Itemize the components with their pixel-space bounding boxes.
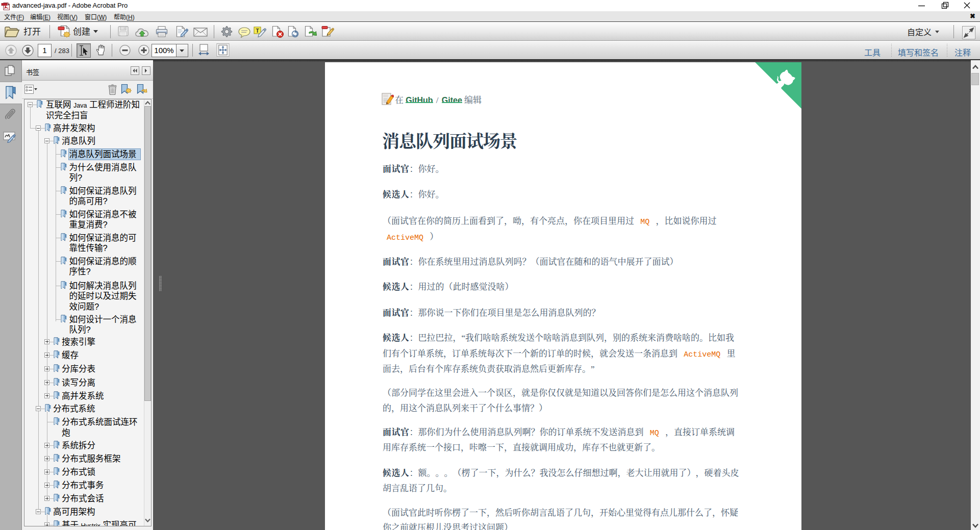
svg-text:T: T: [256, 28, 259, 34]
